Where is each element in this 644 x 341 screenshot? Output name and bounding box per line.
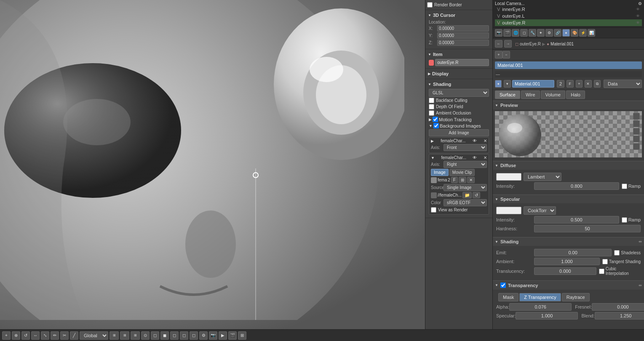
mat-physics-icon[interactable]: ⚙ [545,29,553,37]
cursor-3d-header[interactable]: ▼ 3D Cursor [427,11,491,19]
trans-z-tab[interactable]: Z Transparency [519,293,561,301]
diffuse-ramp-checkbox[interactable] [622,184,627,189]
grid-btn-1[interactable]: ⊞ [110,331,119,340]
mat-modifier-icon[interactable]: 🔧 [529,29,536,37]
motion-tracking-row[interactable]: ▶ Motion Tracking [429,117,489,122]
grid-btn-3[interactable]: ⊞ [131,331,140,340]
y-value[interactable]: 0.00000 [437,32,489,39]
dof-checkbox[interactable] [429,104,434,109]
bg1-close-icon[interactable]: ✕ [484,139,487,143]
mt-checkbox[interactable] [433,117,438,122]
preview-hair-btn[interactable] [633,136,640,142]
layer-btn-3[interactable]: ◻ [170,331,179,340]
mat-texture-icon[interactable]: 🎨 [571,29,578,37]
mode-dropdown[interactable]: Global Local Normal [80,331,108,340]
magnet-btn[interactable]: ⊙ [141,331,150,340]
mat-render-icon[interactable]: 🎬 [503,29,511,37]
backface-checkbox[interactable] [429,98,434,103]
mat-add-icon[interactable]: + [495,51,502,59]
scale-btn[interactable]: ⤡ [41,331,49,340]
specular-title[interactable]: ▼ Specular [493,195,644,203]
mat-constraints-icon[interactable]: 🔗 [554,29,561,37]
grid-btn-2[interactable]: ⊞ [120,331,129,340]
fema-f-btn[interactable]: F [451,177,458,183]
trans-enabled-checkbox[interactable] [500,282,506,288]
diffuse-intensity-input[interactable] [534,182,619,190]
line-btn[interactable]: ╱ [70,331,78,340]
hardness-input[interactable] [534,225,641,232]
movie-clip-toggle-btn[interactable]: Movie Clip [449,169,475,176]
inner-eye-r-vis-icon[interactable]: 👁 [636,7,640,11]
layer-btn-5[interactable]: ◻ [190,331,198,340]
source-dropdown[interactable]: Single Image Movie Clip [444,184,487,191]
mat-x-btn[interactable]: ✕ [585,80,591,88]
emit-input[interactable] [534,249,612,256]
mat-object-icon[interactable]: ◻ [520,29,528,37]
specular-ramp-checkbox[interactable] [622,217,627,223]
diffuse-shader-dropdown[interactable]: Lambert Oren-Nayar Toon [524,173,561,181]
snap-btn[interactable]: ⊕ [12,331,20,340]
specular-color-swatch[interactable] [496,207,521,214]
cubic-checkbox[interactable] [599,269,604,274]
tab-wire[interactable]: Wire [521,91,540,99]
alpha-input[interactable] [509,303,572,311]
ao-checkbox[interactable] [429,110,434,116]
preview-plane-btn[interactable] [633,120,640,127]
transparency-title[interactable]: ▼ Transparency ⇔ [493,281,644,290]
render-border-checkbox[interactable] [427,2,433,8]
view-btn[interactable]: + [2,331,11,340]
mat-data-icon[interactable]: 📊 [588,29,595,37]
bg1-eye-icon[interactable]: 👁 [473,139,477,143]
preview-sphere-btn[interactable] [633,113,640,120]
scene-icon[interactable]: ⚙ [638,1,642,6]
shadeless-checkbox[interactable] [614,250,620,256]
layer-btn-1[interactable]: ◻ [151,331,159,340]
item-header[interactable]: ▼ Item [427,51,491,58]
path-value[interactable]: //femaleCh... [438,193,462,197]
image-toggle-btn[interactable]: Image [431,169,449,176]
blend-input[interactable] [595,312,644,320]
frame-btn[interactable]: ⊞ [238,331,246,340]
mat-material-icon[interactable]: ● [562,29,570,37]
axis2-dropdown[interactable]: Front Back Right Left Top Bottom [444,161,487,168]
view-as-render-row[interactable]: View as Render [431,207,487,213]
tab-volume[interactable]: Volume [541,91,566,99]
data-dropdown[interactable]: Data Object Data [604,80,642,88]
bg2-close-icon[interactable]: ✕ [484,155,487,160]
breadcrumb-back-icon[interactable]: ← [495,40,502,48]
mat-particles-icon[interactable]: ✦ [537,29,545,37]
spec-input[interactable] [516,312,578,320]
mat-camera-icon[interactable]: 📷 [495,29,502,37]
trans-mask-tab[interactable]: Mask [498,293,518,301]
fresnel-input[interactable] [592,303,644,311]
mat-world-icon[interactable]: 🌐 [512,29,519,37]
ao-row[interactable]: Ambient Occlusion [429,110,489,116]
camera-btn[interactable]: 📷 [209,331,217,340]
mat-shader-icon[interactable]: ⚡ [579,29,587,37]
fema-icon-btn[interactable]: ⊞ [459,177,466,183]
z-value[interactable]: 0.00000 [437,40,489,46]
outer-eye-r-vis-icon[interactable]: 👁 [636,21,640,25]
bg-images-row[interactable]: ▼ Background Images [429,123,489,128]
x-value[interactable]: 0.00000 [437,25,489,32]
path-reload-btn[interactable]: ↺ [473,192,480,198]
dof-row[interactable]: Depth Of Field [429,104,489,109]
specular-shader-dropdown[interactable]: CookTorr Phong Blinn [524,206,556,215]
mat-minus-icon[interactable]: − [502,51,510,59]
render-btn[interactable]: ▶ [219,331,227,340]
color-dropdown[interactable]: sRGB EOTF Linear [444,199,487,206]
mat-f-btn[interactable]: F [567,80,573,88]
bg2-eye-icon[interactable]: 👁 [473,155,477,160]
viewport[interactable] [0,0,425,329]
backface-row[interactable]: Backface Culling [429,98,489,103]
bg-checkbox[interactable] [433,123,439,128]
path-folder-btn[interactable]: 📁 [462,192,472,198]
rotate-btn[interactable]: ↺ [21,331,30,340]
outer-eye-l-vis-icon[interactable]: 👁 [636,14,640,18]
mat-plus-btn[interactable]: + [576,80,583,88]
diffuse-color-swatch[interactable] [496,173,521,181]
shading-header[interactable]: ▼ Shading [427,80,491,88]
shading-mat-title[interactable]: ▼ Shading ⇔ [493,237,644,246]
mat-copy-btn[interactable]: ⧉ [594,80,601,88]
mat-name-input[interactable] [512,80,554,88]
